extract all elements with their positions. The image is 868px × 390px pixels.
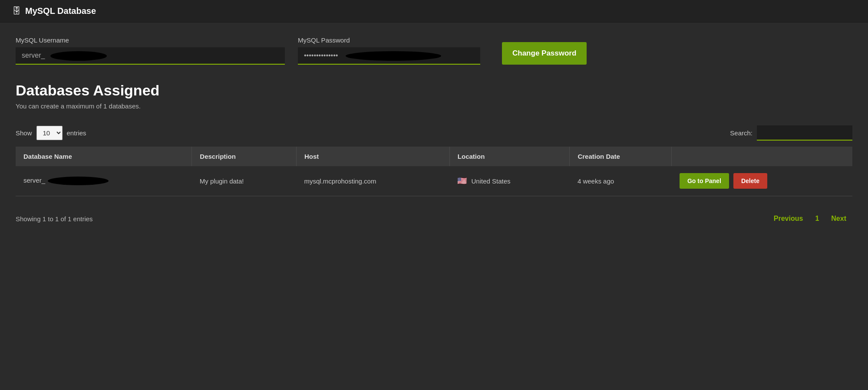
- col-description: Description: [192, 147, 297, 166]
- search-label: Search:: [730, 129, 752, 137]
- username-group: MySQL Username: [16, 36, 285, 65]
- table-divider: [16, 196, 852, 197]
- location-text: United States: [472, 177, 511, 185]
- username-label: MySQL Username: [16, 36, 285, 44]
- search-group: Search:: [730, 125, 852, 141]
- cell-description: My plugin data!: [192, 166, 297, 196]
- password-label: MySQL Password: [298, 36, 489, 44]
- col-host: Host: [297, 147, 450, 166]
- next-button[interactable]: Next: [825, 211, 852, 226]
- page-number: 1: [811, 211, 823, 226]
- table-row: server_ My plugin data! mysql.mcprohosti…: [16, 166, 852, 196]
- credentials-row: MySQL Username MySQL Password Change Pas…: [16, 36, 852, 65]
- show-entries-group: Show 10 25 50 100 entries: [16, 126, 86, 140]
- databases-table: Database Name Description Host Location …: [16, 147, 852, 196]
- flag-icon: 🇺🇸: [457, 177, 467, 185]
- footer-row: Showing 1 to 1 of 1 entries Previous 1 N…: [16, 207, 852, 226]
- cell-actions: Go to Panel Delete: [672, 166, 852, 196]
- pagination: Previous 1 Next: [768, 211, 852, 226]
- change-password-button[interactable]: Change Password: [502, 42, 587, 65]
- search-input[interactable]: [757, 125, 852, 141]
- header: 🗄 MySQL Database: [0, 0, 868, 23]
- cell-database-name: server_: [16, 166, 192, 196]
- entries-select[interactable]: 10 25 50 100: [36, 126, 63, 140]
- col-creation-date: Creation Date: [570, 147, 672, 166]
- showing-text: Showing 1 to 1 of 1 entries: [16, 215, 93, 223]
- main-content: MySQL Username MySQL Password Change Pas…: [0, 23, 868, 240]
- col-database-name: Database Name: [16, 147, 192, 166]
- delete-button[interactable]: Delete: [733, 173, 767, 189]
- col-location: Location: [449, 147, 570, 166]
- database-icon: 🗄: [12, 6, 21, 16]
- col-actions: [672, 147, 852, 166]
- cell-location: 🇺🇸 United States: [449, 166, 570, 196]
- go-to-panel-button[interactable]: Go to Panel: [680, 173, 729, 189]
- section-title: Databases Assigned: [16, 82, 852, 99]
- show-label: Show: [16, 129, 32, 137]
- page-title: MySQL Database: [25, 6, 96, 16]
- section-subtitle: You can create a maximum of 1 databases.: [16, 102, 852, 110]
- controls-row: Show 10 25 50 100 entries Search:: [16, 125, 852, 141]
- cell-creation-date: 4 weeks ago: [570, 166, 672, 196]
- entries-label: entries: [67, 129, 86, 137]
- table-header-row: Database Name Description Host Location …: [16, 147, 852, 166]
- password-group: MySQL Password: [298, 36, 489, 65]
- previous-button[interactable]: Previous: [768, 211, 809, 226]
- cell-host: mysql.mcprohosting.com: [297, 166, 450, 196]
